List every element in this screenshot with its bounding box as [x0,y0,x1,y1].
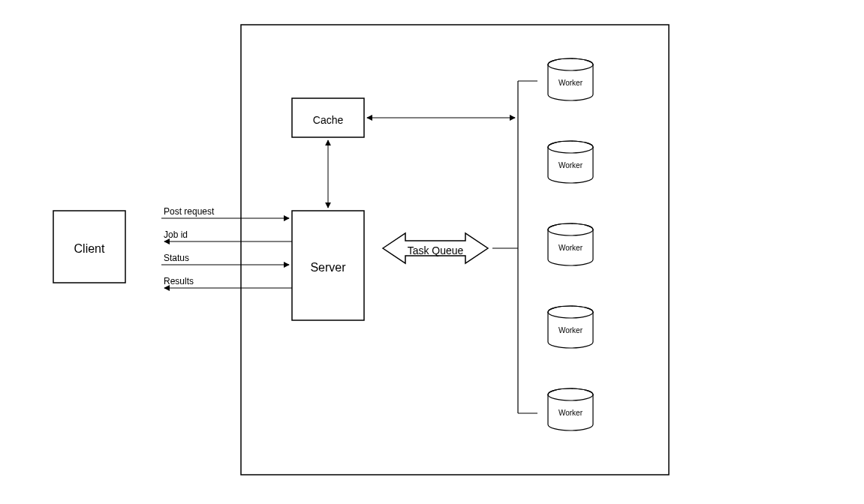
client-box: Client [53,211,125,283]
edge-job-id: Job id [164,230,188,240]
task-queue-label: Task Queue [408,244,464,256]
cache-label: Cache [313,114,344,126]
worker-label: Worker [558,409,583,417]
worker-cylinder: Worker [548,306,593,348]
worker-label: Worker [558,326,583,334]
edge-post-request: Post request [164,206,215,217]
edge-results: Results [164,276,194,286]
cache-box: Cache [292,98,364,137]
client-label: Client [74,242,105,255]
worker-cylinder: Worker [548,141,593,183]
worker-label: Worker [558,79,583,87]
workers-column: Worker Worker Worker Worker Work [548,58,593,430]
worker-label: Worker [558,161,583,170]
server-box: Server [292,211,364,320]
task-queue-arrow: Task Queue [383,233,488,263]
client-server-edges: Post request Job id Status Results [161,206,292,288]
server-label: Server [310,261,346,274]
architecture-diagram: Client Server Cache Post request Job id … [0,0,864,504]
worker-cylinder: Worker [548,224,593,266]
worker-cylinder: Worker [548,58,593,100]
edge-status: Status [164,253,189,263]
task-queue-bracket [492,81,537,413]
worker-label: Worker [558,244,583,252]
worker-cylinder: Worker [548,388,593,430]
